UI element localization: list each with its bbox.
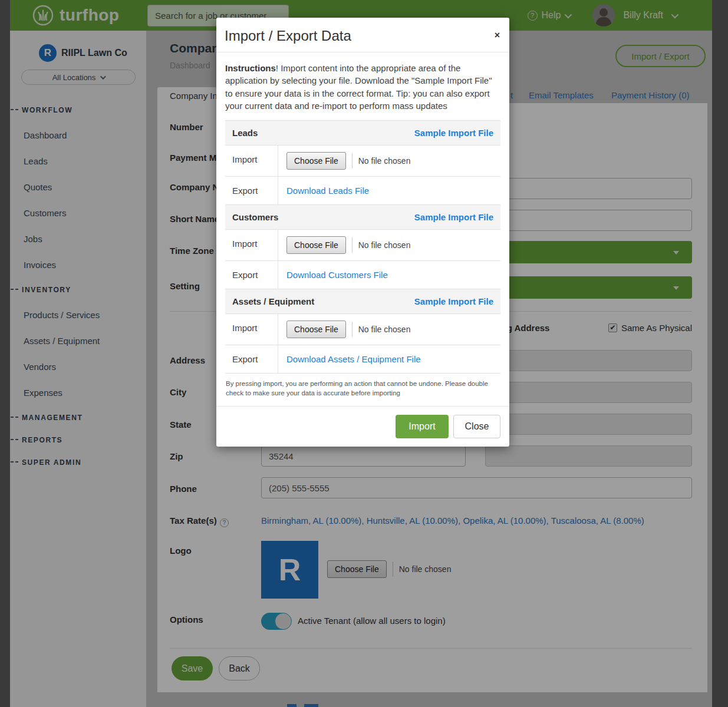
modal-warning-text: By pressing import, you are performing a… xyxy=(226,379,500,398)
leads-export-row: Export Download Leads File xyxy=(225,177,500,205)
modal-import-button[interactable]: Import xyxy=(396,415,449,438)
assets-sample-import-link[interactable]: Sample Import File xyxy=(414,296,493,306)
leads-file-status: No file chosen xyxy=(358,156,411,166)
modal-footer: Import Close xyxy=(216,406,509,447)
import-export-modal: Import / Export Data × Instructions! Imp… xyxy=(216,18,509,447)
modal-instructions: Instructions! Import content into the ap… xyxy=(225,62,500,112)
leads-file-control: Choose File No file chosen xyxy=(278,146,419,176)
import-row-label: Import xyxy=(225,146,278,176)
app-screen: turfhop ? Help Billy Kraft R RIIPL Lawn … xyxy=(0,0,728,707)
download-customers-link[interactable]: Download Customers File xyxy=(286,270,388,280)
assets-import-row: Import Choose File No file chosen xyxy=(225,314,500,345)
file-separator xyxy=(352,153,353,169)
section-header-leads: Leads Sample Import File xyxy=(225,121,500,146)
modal-header: Import / Export Data × xyxy=(216,18,509,52)
section-name: Assets / Equipment xyxy=(232,296,314,306)
modal-title: Import / Export Data xyxy=(225,28,351,44)
export-row-label: Export xyxy=(225,261,278,289)
modal-body: Instructions! Import content into the ap… xyxy=(216,52,509,406)
download-leads-link[interactable]: Download Leads File xyxy=(286,186,369,196)
file-separator xyxy=(352,322,353,337)
assets-file-status: No file chosen xyxy=(358,325,411,334)
import-export-table: Leads Sample Import File Import Choose F… xyxy=(225,120,500,374)
section-header-customers: Customers Sample Import File xyxy=(225,205,500,230)
section-name: Customers xyxy=(232,212,278,222)
customers-import-row: Import Choose File No file chosen xyxy=(225,230,500,261)
assets-export-row: Export Download Assets / Equipment File xyxy=(225,345,500,374)
leads-import-row: Import Choose File No file chosen xyxy=(225,146,500,177)
leads-sample-import-link[interactable]: Sample Import File xyxy=(414,128,493,138)
assets-file-control: Choose File No file chosen xyxy=(278,314,419,345)
file-separator xyxy=(352,237,353,253)
modal-close-icon[interactable]: × xyxy=(495,31,500,40)
customers-file-control: Choose File No file chosen xyxy=(278,230,419,260)
modal-close-button[interactable]: Close xyxy=(453,415,500,438)
download-assets-link[interactable]: Download Assets / Equipment File xyxy=(286,354,421,364)
leads-choose-file-button[interactable]: Choose File xyxy=(286,152,346,170)
section-header-assets-equipment: Assets / Equipment Sample Import File xyxy=(225,289,500,314)
instructions-bold: Instructions xyxy=(225,63,276,73)
customers-sample-import-link[interactable]: Sample Import File xyxy=(414,212,493,222)
export-row-label: Export xyxy=(225,177,278,204)
import-row-label: Import xyxy=(225,314,278,345)
section-name: Leads xyxy=(232,128,258,138)
customers-export-row: Export Download Customers File xyxy=(225,261,500,289)
customers-file-status: No file chosen xyxy=(358,240,411,250)
assets-choose-file-button[interactable]: Choose File xyxy=(286,321,346,338)
customers-choose-file-button[interactable]: Choose File xyxy=(286,236,346,254)
import-row-label: Import xyxy=(225,230,278,260)
export-row-label: Export xyxy=(225,345,278,373)
